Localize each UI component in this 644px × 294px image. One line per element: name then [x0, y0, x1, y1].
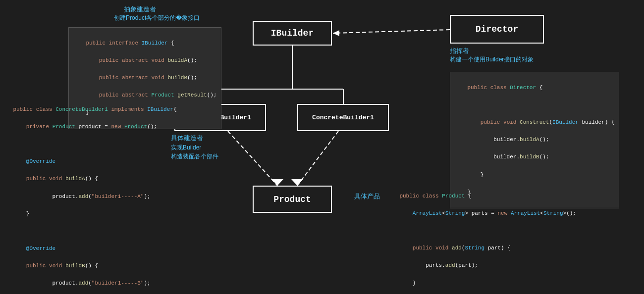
- label-abstract-desc: 创建Product各个部分的�象接口: [114, 14, 200, 22]
- code-cb: public class ConcreteBuilder1 implements…: [0, 97, 177, 294]
- diagram-container: 抽象建造者 创建Product各个部分的�象接口 IBuilder Direct…: [0, 0, 644, 294]
- svg-line-0: [333, 30, 450, 33]
- code-product: public class Product { ArrayList<String>…: [386, 183, 576, 294]
- label-concrete-builder-desc2: 构造装配各个部件: [171, 152, 218, 161]
- box-director: Director: [450, 15, 544, 44]
- label-abstract-builder: 抽象建造者: [124, 5, 156, 14]
- box-cb2: ConcreteBuilder1: [297, 104, 389, 131]
- label-director-desc: 构建一个使用Builder接口的对象: [450, 55, 534, 64]
- label-product: 具体产品: [354, 192, 380, 201]
- cb2-label: ConcreteBuilder1: [312, 114, 374, 121]
- label-director-title: 指挥者: [450, 47, 469, 55]
- svg-marker-1: [333, 30, 339, 36]
- ibuilder-label: IBuilder: [271, 28, 314, 38]
- box-ibuilder: IBuilder: [253, 21, 332, 46]
- svg-line-6: [228, 131, 277, 186]
- svg-marker-8: [271, 179, 283, 186]
- product-label: Product: [273, 195, 311, 204]
- director-label: Director: [476, 24, 518, 34]
- svg-line-7: [297, 131, 338, 186]
- svg-marker-9: [291, 179, 303, 186]
- box-product: Product: [253, 186, 332, 213]
